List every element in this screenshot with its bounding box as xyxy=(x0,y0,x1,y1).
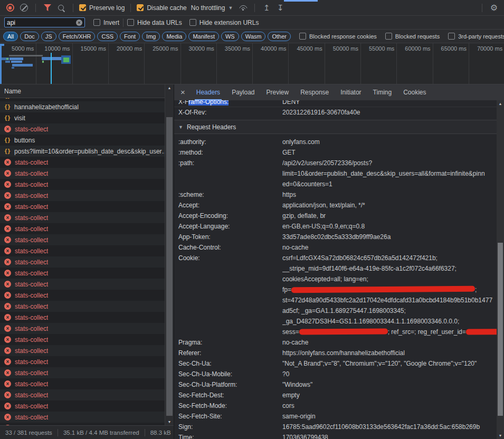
waterfall-bar xyxy=(42,61,44,63)
request-row[interactable]: ×stats-collect xyxy=(0,234,165,245)
request-row[interactable]: ×stats-collect xyxy=(0,223,165,234)
filter-button[interactable] xyxy=(42,2,53,14)
request-row[interactable]: ×stats-collect xyxy=(0,190,165,201)
request-row[interactable]: ×stats-collect xyxy=(0,290,165,301)
network-conditions-button[interactable] xyxy=(237,2,249,14)
type-filter-ws[interactable]: WS xyxy=(221,32,239,41)
timeline-overview[interactable]: 5000 ms10000 ms15000 ms20000 ms25000 ms3… xyxy=(0,43,504,84)
request-row[interactable]: ×stats-collect xyxy=(0,367,165,378)
fetch-icon: {} xyxy=(4,98,11,99)
type-filter-doc[interactable]: Doc xyxy=(20,32,39,41)
hide-extension-urls-checkbox[interactable]: Hide extension URLs xyxy=(189,19,259,26)
checkbox-label: Blocked requests xyxy=(395,33,440,40)
tab-preview[interactable]: Preview xyxy=(261,84,295,100)
disclosure-triangle-icon: ▼ xyxy=(178,125,183,130)
3rd-party-requests-checkbox[interactable]: 3rd-party requests xyxy=(448,33,504,40)
request-row[interactable]: ×stats-collect xyxy=(0,256,165,268)
checkbox-checked-icon xyxy=(137,4,144,11)
tab-response[interactable]: Response xyxy=(294,84,335,100)
request-row[interactable]: ×stats-collect xyxy=(0,312,165,323)
type-filter-font[interactable]: Font xyxy=(120,32,140,41)
type-filter-all[interactable]: All xyxy=(3,32,18,41)
request-row[interactable]: {}visit xyxy=(0,112,165,123)
clear-button[interactable] xyxy=(18,2,30,14)
request-row[interactable]: ×stats-collect xyxy=(0,123,165,135)
error-icon: × xyxy=(4,347,11,354)
scrollbar-thumb[interactable] xyxy=(166,117,173,416)
type-filter-img[interactable]: Img xyxy=(142,32,160,41)
request-row[interactable]: ×stats-collect xyxy=(0,168,165,179)
request-row[interactable]: ×stats-collect xyxy=(0,356,165,367)
error-icon: × xyxy=(4,203,11,210)
scroll-up-icon[interactable]: ▲ xyxy=(165,86,174,90)
header-value: "Not_A Brand";v="8", "Chromium";v="120",… xyxy=(282,358,497,369)
export-har-button[interactable]: ↧ xyxy=(274,2,286,14)
record-button[interactable] xyxy=(4,2,16,14)
request-row[interactable]: ×stats-collect xyxy=(0,268,165,279)
type-filter-other[interactable]: Other xyxy=(268,32,291,41)
details-scrollbar[interactable]: ▲ ▼ xyxy=(497,100,504,439)
gear-icon: ⚙ xyxy=(490,4,498,12)
error-icon: × xyxy=(4,380,11,387)
type-filter-js[interactable]: JS xyxy=(41,32,56,41)
timeline-gridline xyxy=(469,43,469,84)
blocked-requests-checkbox[interactable]: Blocked requests xyxy=(385,33,440,40)
type-filter-css[interactable]: CSS xyxy=(97,32,118,41)
request-name: stats-collect xyxy=(15,159,48,166)
close-details-button[interactable]: × xyxy=(175,84,191,100)
request-row[interactable]: ×stats-collect xyxy=(0,400,165,412)
hide-data-urls-checkbox[interactable]: Hide data URLs xyxy=(127,19,182,26)
type-filter-media[interactable]: Media xyxy=(162,32,186,41)
preserve-log-checkbox[interactable]: Preserve log xyxy=(79,4,125,12)
request-row[interactable]: ×stats-collect xyxy=(0,389,165,400)
search-button[interactable] xyxy=(55,2,67,14)
request-list-scrollbar[interactable]: ▲ ▼ xyxy=(165,84,174,425)
filter-input[interactable] xyxy=(7,19,76,26)
request-row[interactable]: ×stats-collect xyxy=(0,279,165,290)
request-row[interactable]: ×stats-collect xyxy=(0,323,165,334)
request-row[interactable]: {}posts?limit=10&order=publish_date_desc… xyxy=(0,146,165,157)
request-row[interactable]: ×stats-collect xyxy=(0,179,165,190)
type-filter-manifest[interactable]: Manifest xyxy=(188,32,219,41)
request-row[interactable]: ×stats-collect xyxy=(0,301,165,312)
request-row[interactable]: {}buttons xyxy=(0,135,165,146)
timeline-left-handle[interactable] xyxy=(0,44,2,84)
request-row[interactable]: ×stats-collect xyxy=(0,201,165,212)
request-row[interactable]: ×stats-collect xyxy=(0,412,165,423)
header-value: GET xyxy=(282,147,497,158)
header-name: Sec-Ch-Ua: xyxy=(174,358,282,369)
request-row[interactable]: ×stats-collect xyxy=(0,212,165,223)
request-details-panel: × HeadersPayloadPreviewResponseInitiator… xyxy=(174,84,504,439)
tab-cookies[interactable]: Cookies xyxy=(397,84,432,100)
request-row[interactable]: ×stats-collect xyxy=(0,334,165,345)
type-filter-fetchxhr[interactable]: Fetch/XHR xyxy=(59,32,96,41)
settings-button[interactable]: ⚙ xyxy=(488,2,500,14)
import-har-button[interactable]: ↥ xyxy=(261,2,272,14)
waterfall-bar xyxy=(63,58,69,62)
throttling-dropdown[interactable]: No throttling ▼ xyxy=(189,4,235,12)
request-row[interactable]: {}hannahelizabethofficial xyxy=(0,101,165,112)
tab-timing[interactable]: Timing xyxy=(367,84,398,100)
clear-filter-icon[interactable]: × xyxy=(76,20,82,26)
request-row[interactable]: ×stats-collect xyxy=(0,345,165,356)
scroll-up-icon[interactable]: ▲ xyxy=(497,102,504,106)
request-row[interactable]: ×stats-collect xyxy=(0,157,165,168)
request-row[interactable]: ×stats-collect xyxy=(0,245,165,256)
type-filter-wasm[interactable]: Wasm xyxy=(241,32,266,41)
tab-payload[interactable]: Payload xyxy=(226,84,260,100)
request-row[interactable]: ×stats-collect xyxy=(0,378,165,389)
invert-checkbox[interactable]: Invert xyxy=(93,19,119,26)
name-column-header[interactable]: Name xyxy=(0,84,165,98)
request-headers-section[interactable]: ▼ Request Headers xyxy=(174,120,497,134)
divider xyxy=(130,4,131,12)
scroll-down-icon[interactable]: ▼ xyxy=(165,420,174,424)
scroll-down-icon[interactable]: ▼ xyxy=(497,434,504,437)
header-name: Accept-Language: xyxy=(174,221,282,232)
scrollbar-thumb[interactable] xyxy=(498,243,503,416)
disable-cache-checkbox[interactable]: Disable cache xyxy=(137,4,186,12)
tab-initiator[interactable]: Initiator xyxy=(335,84,367,100)
tab-headers[interactable]: Headers xyxy=(191,84,226,100)
blocked-response-cookies-checkbox[interactable]: Blocked response cookies xyxy=(299,33,377,40)
filter-input-box[interactable]: × xyxy=(4,17,85,27)
header-name: Referer: xyxy=(174,348,282,358)
